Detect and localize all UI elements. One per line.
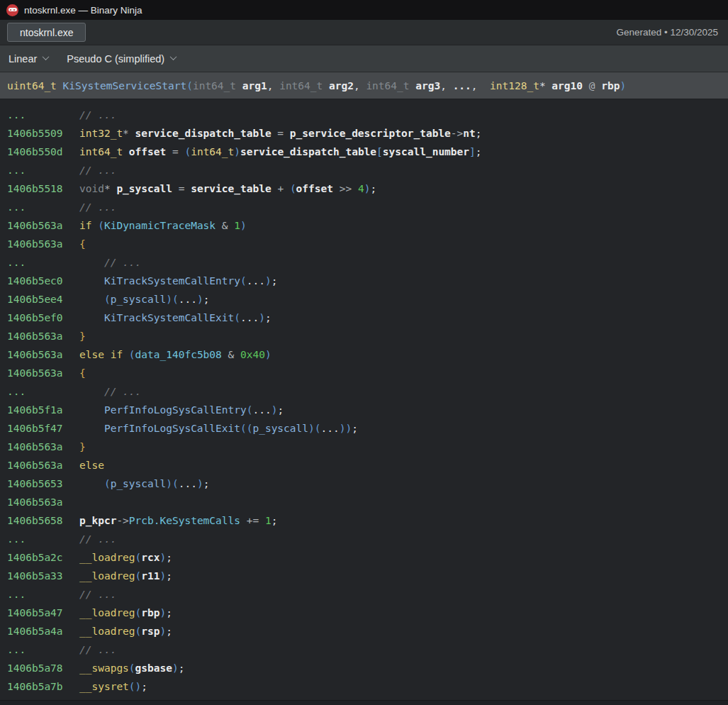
token-par: ( bbox=[135, 552, 142, 563]
window-title: ntoskrnl.exe — Binary Ninja bbox=[24, 5, 142, 16]
token-pln: ; bbox=[141, 681, 147, 692]
address-gutter: 1406b563a bbox=[0, 496, 79, 508]
code-line[interactable]: ...// ... bbox=[0, 585, 728, 604]
code-line[interactable]: 1406b5a47__loadreg(rbp); bbox=[0, 604, 728, 622]
code-line[interactable]: 1406b5f47 PerfInfoLogSysCallExit((p_sysc… bbox=[0, 419, 728, 438]
token-var: arg1 bbox=[242, 80, 267, 91]
code-line[interactable]: ... // ... bbox=[0, 253, 728, 272]
token-par: ( bbox=[98, 220, 104, 231]
token-pln: ; bbox=[166, 607, 172, 618]
token-pln: ... bbox=[179, 294, 197, 305]
code-line[interactable]: 1406b563aelse bbox=[0, 456, 728, 474]
code-line[interactable]: 1406b5ef0 KiTrackSystemCallExit(...); bbox=[0, 309, 728, 327]
code-text: __loadreg(rbp); bbox=[79, 607, 172, 618]
tab-ntoskrnl[interactable]: ntoskrnl.exe bbox=[7, 23, 86, 42]
address-gutter: 1406b5f1a bbox=[0, 404, 79, 416]
code-line[interactable]: 1406b5a7b__sysret(); bbox=[0, 677, 728, 696]
token-cmt: // ... bbox=[79, 589, 116, 600]
token-cmt: // ... bbox=[79, 201, 116, 213]
token-call: p_syscall bbox=[111, 294, 167, 305]
address-gutter: 1406b5a47 bbox=[0, 607, 79, 618]
code-text: // ... bbox=[79, 257, 141, 268]
token-var: p_syscall bbox=[116, 183, 172, 194]
code-line[interactable]: ...// ... bbox=[0, 640, 728, 659]
language-dropdown[interactable]: Pseudo C (simplified) bbox=[67, 53, 176, 65]
token-pln: ; bbox=[203, 478, 210, 489]
token-var: rbp bbox=[601, 80, 620, 91]
code-line[interactable]: 1406b5f1a PerfInfoLogSysCallEntry(...); bbox=[0, 401, 728, 419]
tab-label: ntoskrnl.exe bbox=[20, 27, 73, 38]
code-line[interactable]: 1406b563aif (KiDynamicTraceMask & 1) bbox=[0, 216, 728, 235]
token-pln: , bbox=[354, 80, 366, 91]
address-gutter: ... bbox=[0, 386, 79, 397]
token-par: ( bbox=[184, 146, 191, 157]
code-line[interactable]: 1406b5ec0 KiTrackSystemCallEntry(...); bbox=[0, 272, 728, 290]
code-line[interactable]: ... // ... bbox=[0, 382, 728, 401]
code-line[interactable]: 1406b5518void* p_syscall = service_table… bbox=[0, 179, 728, 198]
linear-disassembly-view[interactable]: ...// ...1406b5509int32_t* service_dispa… bbox=[0, 99, 728, 700]
token-var: r11 bbox=[141, 570, 159, 582]
code-line[interactable]: 1406b563a{ bbox=[0, 235, 728, 253]
address-gutter: 1406b563a bbox=[0, 349, 79, 360]
code-line[interactable]: 1406b5658p_kpcr->Prcb.KeSystemCalls += 1… bbox=[0, 511, 728, 530]
code-text: __loadreg(rsp); bbox=[79, 626, 172, 637]
token-var: arg3 bbox=[415, 80, 440, 91]
token-par: ) bbox=[160, 626, 167, 637]
address-gutter: ... bbox=[0, 533, 79, 545]
code-line[interactable]: 1406b563a} bbox=[0, 438, 728, 456]
address-gutter: ... bbox=[0, 644, 79, 655]
code-line[interactable]: 1406b5a2c__loadreg(rcx); bbox=[0, 548, 728, 567]
code-text: // ... bbox=[79, 533, 116, 545]
token-pln bbox=[57, 80, 63, 91]
code-line[interactable]: 1406b550dint64_t offset = (int64_t)servi… bbox=[0, 143, 728, 161]
view-mode-label: Linear bbox=[9, 53, 37, 65]
address-gutter: 1406b5ee4 bbox=[0, 294, 79, 305]
token-pln: ; bbox=[352, 423, 358, 434]
token-var: gsbase bbox=[135, 662, 172, 674]
code-text: // ... bbox=[79, 386, 141, 397]
address-gutter: 1406b563a bbox=[0, 460, 79, 471]
address-gutter: 1406b5a7b bbox=[0, 681, 79, 692]
code-line[interactable]: 1406b563a} bbox=[0, 327, 728, 345]
token-sym: data_140fc5b08 bbox=[135, 349, 222, 360]
token-kw: __loadreg bbox=[79, 607, 135, 618]
token-pln: ; bbox=[476, 128, 482, 139]
code-line[interactable]: ...// ... bbox=[0, 198, 728, 216]
token-sym: KiDynamicTraceMask bbox=[104, 220, 215, 231]
code-line[interactable]: 1406b5ee4 (p_syscall)(...); bbox=[0, 290, 728, 309]
code-line[interactable]: 1406b5509int32_t* service_dispatch_table… bbox=[0, 124, 728, 143]
token-par: ( bbox=[135, 570, 142, 582]
code-line[interactable]: ...// ... bbox=[0, 530, 728, 548]
token-cmt: // ... bbox=[104, 257, 141, 268]
token-var: rsp bbox=[141, 626, 159, 637]
code-line[interactable]: ...// ... bbox=[0, 106, 728, 124]
token-pln bbox=[123, 349, 129, 360]
function-signature: uint64_t KiSystemServiceStart(int64_t ar… bbox=[7, 80, 626, 91]
token-op: & bbox=[215, 220, 234, 231]
code-line[interactable]: 1406b563a{ bbox=[0, 364, 728, 382]
token-op: + bbox=[271, 183, 290, 194]
token-pln: ; bbox=[277, 404, 284, 416]
code-line[interactable]: 1406b563aelse if (data_140fc5b08 & 0x40) bbox=[0, 345, 728, 364]
token-brc: { bbox=[79, 238, 86, 250]
code-line[interactable]: 1406b5a33__loadreg(r11); bbox=[0, 567, 728, 585]
code-line[interactable]: 1406b5a4a__loadreg(rsp); bbox=[0, 622, 728, 640]
token-par: ( bbox=[135, 607, 142, 618]
code-line[interactable]: 1406b5653 (p_syscall)(...); bbox=[0, 474, 728, 493]
token-pln: ... bbox=[179, 478, 197, 489]
code-line[interactable]: 1406b563a bbox=[0, 493, 728, 511]
code-line[interactable]: 1406b5a78__swapgs(gsbase); bbox=[0, 659, 728, 677]
token-par: )( bbox=[166, 294, 178, 305]
view-mode-dropdown[interactable]: Linear bbox=[9, 53, 48, 65]
code-text: __loadreg(rcx); bbox=[79, 552, 172, 563]
code-text: __sysret(); bbox=[79, 681, 147, 692]
token-var: service_dispatch_table bbox=[240, 146, 376, 157]
token-par: ) bbox=[160, 570, 167, 582]
code-text: else bbox=[79, 460, 104, 471]
token-par: () bbox=[129, 681, 141, 692]
function-signature-bar[interactable]: uint64_t KiSystemServiceStart(int64_t ar… bbox=[0, 72, 728, 99]
token-var: service_table bbox=[191, 183, 271, 194]
code-line[interactable]: ...// ... bbox=[0, 161, 728, 179]
binary-ninja-logo-icon bbox=[6, 4, 18, 16]
code-text: int32_t* service_dispatch_table = p_serv… bbox=[79, 128, 482, 139]
